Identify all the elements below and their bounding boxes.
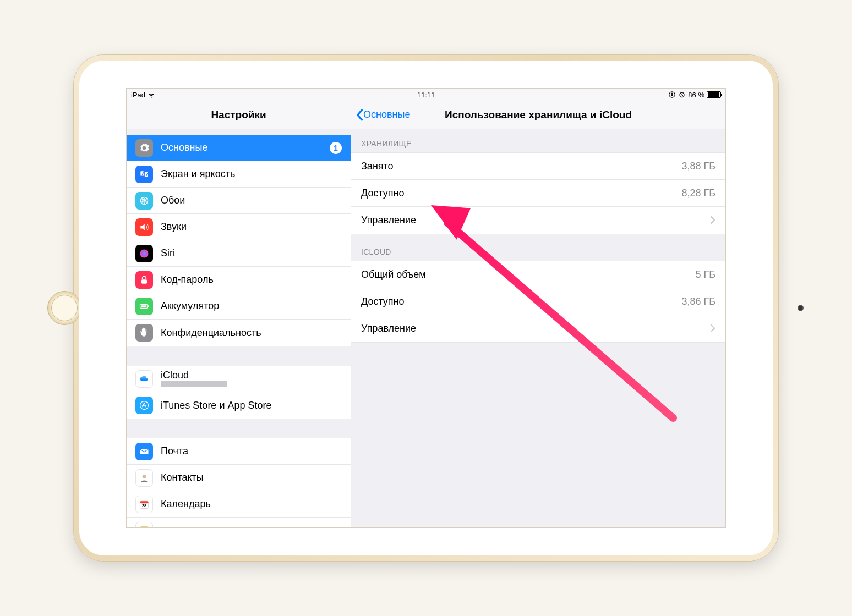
back-button[interactable]: Основные (356, 109, 410, 121)
brightness-icon: AA (135, 166, 153, 183)
sidebar-item-label: Обои (161, 195, 342, 206)
siri-icon (135, 245, 153, 262)
mail-icon (135, 443, 153, 460)
wifi-icon (148, 91, 155, 98)
section-header: ICLOUD (351, 234, 725, 261)
appstore-icon (135, 397, 153, 414)
detail-row[interactable]: Управление (351, 315, 725, 342)
sidebar-item-label: Экран и яркость (161, 168, 342, 180)
clock: 11:11 (417, 91, 435, 99)
svg-point-7 (143, 200, 145, 201)
contacts-icon (135, 469, 153, 487)
detail-row-label: Общий объем (361, 269, 426, 280)
battery-icon (707, 91, 721, 98)
chevron-right-icon (710, 213, 716, 228)
sidebar-item-label: Основные (161, 142, 322, 153)
sidebar-item-contacts[interactable]: Контакты (127, 465, 351, 491)
section-header: ХРАНИЛИЩЕ (351, 129, 725, 152)
sidebar-item-brightness[interactable]: AAЭкран и яркость (127, 161, 351, 188)
screen: iPad 11:11 86 % Настройки (126, 88, 726, 528)
sidebar-item-sound[interactable]: Звуки (127, 214, 351, 240)
sidebar-item-appstore[interactable]: iTunes Store и App Store (127, 392, 351, 419)
detail-row[interactable]: Управление (351, 207, 725, 234)
detail-row-value: 8,28 ГБ (681, 188, 716, 199)
lock-icon (135, 271, 153, 289)
detail-row-label: Управление (361, 215, 416, 226)
detail-row: Занято3,88 ГБ (351, 153, 725, 180)
sidebar-item-calendar[interactable]: 28Календарь (127, 491, 351, 518)
settings-sidebar[interactable]: Основные1AAЭкран и яркостьОбоиЗвукиSiriК… (127, 129, 351, 527)
sidebar-item-label: Заметки (161, 525, 342, 528)
sidebar-item-mail[interactable]: Почта (127, 438, 351, 465)
sidebar-item-notes[interactable]: Заметки (127, 518, 351, 527)
sidebar-item-label: Звуки (161, 221, 342, 233)
sidebar-item-label: iTunes Store и App Store (161, 400, 342, 411)
back-button-label: Основные (363, 109, 410, 120)
wallpaper-icon (135, 192, 153, 210)
settings-group: Занято3,88 ГБДоступно8,28 ГБУправление (351, 152, 725, 234)
detail-title-label: Использование хранилища и iCloud (445, 109, 632, 121)
svg-rect-12 (141, 279, 147, 284)
sidebar-title: Настройки (127, 101, 351, 129)
detail-row-value: 3,86 ГБ (681, 296, 716, 307)
detail-row: Общий объем5 ГБ (351, 261, 725, 288)
sidebar-item-wallpaper[interactable]: Обои (127, 188, 351, 214)
settings-group: Общий объем5 ГБДоступно3,86 ГБУправление (351, 261, 725, 343)
sidebar-item-label: Siri (161, 248, 342, 259)
sidebar-item-label: iCloud (161, 370, 227, 380)
status-bar: iPad 11:11 86 % (127, 89, 725, 101)
detail-row-value: 3,88 ГБ (681, 161, 716, 172)
detail-row-label: Управление (361, 323, 416, 334)
sidebar-item-cloud[interactable]: iCloud (127, 366, 351, 392)
ipad-frame: iPad 11:11 86 % Настройки (74, 55, 778, 561)
sidebar-item-label: Аккумулятор (161, 300, 342, 312)
sidebar-item-hand[interactable]: Конфиденциальность (127, 320, 351, 346)
sound-icon (135, 218, 153, 236)
sidebar-item-label: Контакты (161, 472, 342, 483)
battery-icon (135, 298, 153, 315)
svg-point-18 (143, 475, 146, 479)
front-camera (798, 305, 804, 311)
svg-rect-14 (141, 305, 146, 307)
svg-text:28: 28 (142, 503, 146, 508)
svg-point-16 (140, 402, 149, 410)
detail-row: Доступно8,28 ГБ (351, 180, 725, 207)
detail-row: Доступно3,86 ГБ (351, 288, 725, 315)
home-button[interactable] (47, 291, 81, 325)
redacted-text (161, 381, 227, 387)
svg-rect-15 (148, 305, 149, 307)
sidebar-item-gear[interactable]: Основные1 (127, 135, 351, 161)
svg-text:A: A (142, 171, 145, 175)
sidebar-item-label: Конфиденциальность (161, 327, 342, 339)
hand-icon (135, 324, 153, 342)
calendar-icon: 28 (135, 496, 153, 513)
sidebar-item-lock[interactable]: Код-пароль (127, 267, 351, 293)
detail-row-label: Доступно (361, 296, 405, 307)
battery-percent: 86 % (688, 91, 704, 99)
badge: 1 (330, 142, 342, 154)
cloud-icon (135, 370, 153, 388)
detail-row-label: Доступно (361, 188, 405, 199)
svg-rect-23 (140, 527, 149, 528)
detail-row-value: 5 ГБ (695, 269, 716, 280)
gear-icon (135, 139, 153, 157)
notes-icon (135, 522, 153, 527)
sidebar-item-battery[interactable]: Аккумулятор (127, 293, 351, 320)
svg-text:A: A (146, 172, 149, 176)
navigation-headers: Настройки Основные Использование хранили… (127, 101, 725, 129)
chevron-right-icon (710, 322, 716, 336)
sidebar-item-label: Код-пароль (161, 274, 342, 285)
settings-title-label: Настройки (211, 109, 266, 121)
rotation-lock-icon (668, 91, 676, 98)
alarm-icon (678, 91, 686, 98)
sidebar-item-label: Почта (161, 446, 342, 457)
detail-pane: ХРАНИЛИЩЕЗанято3,88 ГБДоступно8,28 ГБУпр… (351, 129, 725, 527)
detail-row-label: Занято (361, 161, 394, 172)
device-label: iPad (131, 91, 145, 99)
chevron-left-icon (356, 109, 363, 121)
svg-point-11 (140, 249, 149, 257)
detail-header: Основные Использование хранилища и iClou… (351, 101, 725, 129)
svg-rect-17 (140, 449, 149, 454)
sidebar-item-label: Календарь (161, 498, 342, 510)
sidebar-item-siri[interactable]: Siri (127, 240, 351, 267)
